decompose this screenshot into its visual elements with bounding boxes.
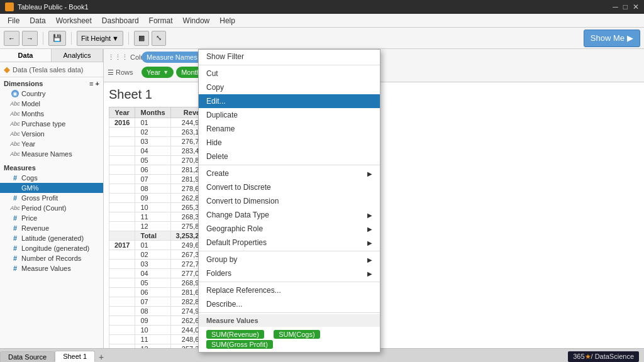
- dim-purchase-type[interactable]: Abc Purchase type: [0, 119, 103, 129]
- ctx-default-properties[interactable]: Default Properties ▶: [199, 236, 380, 250]
- abc-icon-purchase: Abc: [11, 120, 19, 128]
- save-btn[interactable]: 💾: [48, 31, 66, 46]
- ctx-delete[interactable]: Delete: [199, 150, 380, 163]
- ctx-sep-4: [199, 282, 380, 282]
- back-btn[interactable]: ←: [4, 31, 19, 46]
- ctx-change-data-type[interactable]: Change Data Type ▶: [199, 208, 380, 222]
- rows-label: ☰ Rows: [108, 69, 139, 77]
- cell-year: [109, 326, 135, 335]
- sum-gross-profit-pill[interactable]: SUM(Gross Profit): [206, 340, 273, 349]
- ctx-edit[interactable]: Edit...: [199, 94, 380, 108]
- measure-cogs[interactable]: # Cogs: [0, 173, 103, 183]
- forward-btn[interactable]: →: [22, 31, 38, 46]
- app-icon: [5, 3, 14, 11]
- dim-country[interactable]: ◉ Country: [0, 89, 103, 99]
- hash-icon-mvalues: #: [11, 265, 19, 272]
- cell-year: [109, 288, 135, 297]
- cell-month: 11: [135, 212, 170, 222]
- ctx-cut[interactable]: Cut: [199, 67, 380, 80]
- menu-help[interactable]: Help: [214, 15, 240, 26]
- menu-window[interactable]: Window: [178, 15, 215, 26]
- ctx-create[interactable]: Create ▶: [199, 167, 380, 180]
- window-title: Tableau Public - Book1: [18, 3, 89, 11]
- share-btn[interactable]: ⤡: [152, 31, 166, 46]
- hash-icon-gm: #: [11, 184, 19, 192]
- abc-icon-version: Abc: [11, 130, 19, 138]
- tab-data[interactable]: Data: [0, 49, 52, 62]
- close-btn[interactable]: ✕: [633, 3, 639, 11]
- ctx-rename[interactable]: Rename: [199, 122, 380, 136]
- measure-price[interactable]: # Price: [0, 213, 103, 223]
- minimize-btn[interactable]: ─: [613, 3, 618, 11]
- fit-height-btn[interactable]: Fit Height ▼: [77, 31, 123, 46]
- hash-icon-gross: #: [11, 194, 19, 202]
- year-pill-menu: ▼: [163, 69, 169, 75]
- measure-values-header: Measure Values: [199, 314, 380, 327]
- menu-file[interactable]: File: [3, 15, 25, 26]
- show-me-label: Show Me: [591, 33, 625, 43]
- tab-analytics[interactable]: Analytics: [52, 49, 103, 62]
- cell-month: 02: [135, 128, 170, 137]
- measure-gm[interactable]: # GM%: [0, 183, 103, 193]
- measure-latitude[interactable]: # Latitude (generated): [0, 233, 103, 243]
- cell-month: 07: [135, 297, 170, 307]
- ctx-replace-refs[interactable]: Replace References...: [199, 283, 380, 297]
- dim-measure-names[interactable]: Abc Measure Names: [0, 149, 103, 159]
- cell-month: 03: [135, 137, 170, 146]
- hash-icon-lat: #: [11, 234, 19, 242]
- dim-months[interactable]: Abc Months: [0, 109, 103, 119]
- show-me-btn[interactable]: Show Me ▶: [584, 30, 640, 47]
- measures-header: Measures: [0, 162, 103, 173]
- measure-values[interactable]: # Measure Values: [0, 263, 103, 273]
- chart-btn[interactable]: ▩: [134, 31, 149, 46]
- measure-longitude[interactable]: # Longitude (generated): [0, 243, 103, 253]
- ctx-folders[interactable]: Folders ▶: [199, 266, 380, 280]
- dimensions-controls: ≡ +: [89, 80, 99, 87]
- cell-month: 02: [135, 250, 170, 260]
- ctx-convert-dimension[interactable]: Convert to Dimension: [199, 194, 380, 208]
- menu-worksheet[interactable]: Worksheet: [51, 15, 97, 26]
- sheet-tab-1[interactable]: Sheet 1: [55, 351, 95, 362]
- ctx-sep-2: [199, 165, 380, 165]
- globe-icon: ◉: [11, 90, 19, 97]
- abc-icon-year: Abc: [11, 140, 19, 148]
- ctx-describe[interactable]: Describe...: [199, 297, 380, 311]
- ctx-convert-discrete[interactable]: Convert to Discrete: [199, 180, 380, 194]
- cell-month: 01: [135, 241, 170, 250]
- cell-year: [109, 128, 135, 137]
- cell-year: [109, 146, 135, 156]
- menu-bar: File Data Worksheet Dashboard Format Win…: [0, 14, 644, 28]
- window-controls: ─ □ ✕: [613, 3, 639, 11]
- year-pill[interactable]: Year ▼: [142, 67, 174, 78]
- new-sheet-icon[interactable]: +: [99, 352, 104, 362]
- ctx-show-filter[interactable]: Show Filter: [199, 50, 380, 63]
- dim-model[interactable]: Abc Model: [0, 99, 103, 109]
- maximize-btn[interactable]: □: [623, 3, 628, 11]
- measure-period[interactable]: Abc Period (Count): [0, 203, 103, 213]
- ctx-copy[interactable]: Copy: [199, 80, 380, 94]
- datasource-icon: ◆: [4, 65, 10, 74]
- measure-gross-profit[interactable]: # Gross Profit: [0, 193, 103, 203]
- cell-month: 09: [135, 194, 170, 203]
- menu-data[interactable]: Data: [25, 15, 50, 26]
- menu-format[interactable]: Format: [144, 15, 178, 26]
- cell-year: [109, 297, 135, 307]
- datasource-tab[interactable]: Data Source: [0, 351, 55, 362]
- ctx-duplicate[interactable]: Duplicate: [199, 108, 380, 122]
- default-props-arrow: ▶: [367, 239, 372, 246]
- col-months: Months: [135, 107, 170, 118]
- menu-dashboard[interactable]: Dashboard: [97, 15, 144, 26]
- data-source-label: Data (Tesla sales data): [13, 66, 84, 74]
- ctx-geographic-role[interactable]: Geographic Role ▶: [199, 222, 380, 236]
- cell-month: Total: [135, 231, 170, 241]
- measure-revenue[interactable]: # Revenue: [0, 223, 103, 233]
- content-area: ⋮⋮⋮ Columns Measure Names ▼ ☰ Rows Year …: [104, 49, 644, 348]
- dim-version[interactable]: Abc Version: [0, 129, 103, 139]
- measure-num-records[interactable]: # Number of Records: [0, 253, 103, 263]
- ctx-hide[interactable]: Hide: [199, 136, 380, 150]
- sum-cogs-pill[interactable]: SUM(Cogs): [274, 330, 319, 339]
- ctx-group-by[interactable]: Group by ▶: [199, 253, 380, 266]
- columns-label: ⋮⋮⋮ Columns: [108, 53, 139, 62]
- dim-year[interactable]: Abc Year: [0, 139, 103, 149]
- sum-revenue-pill[interactable]: SUM(Revenue): [206, 330, 264, 339]
